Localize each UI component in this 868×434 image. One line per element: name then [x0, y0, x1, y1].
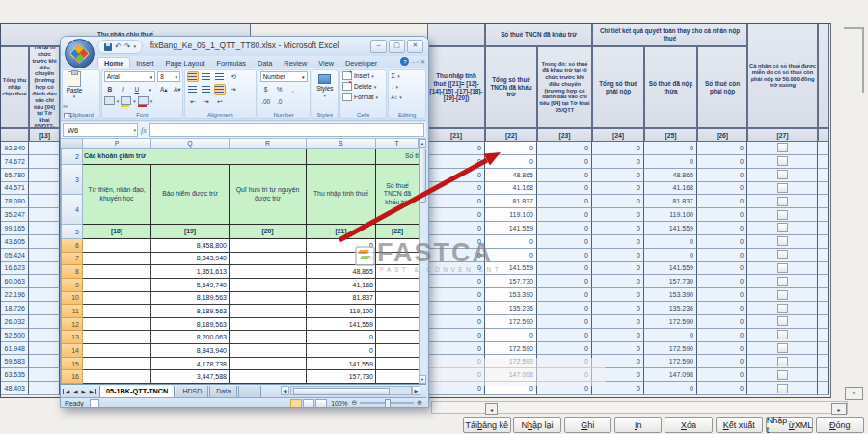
borders-icon[interactable] [104, 96, 115, 105]
col-header-P[interactable]: P [83, 139, 151, 149]
bg-cell-col25-row5[interactable]: 81.837 [644, 195, 697, 208]
bg-cell-col23-row8[interactable]: 0 [537, 235, 592, 249]
xl-header-S[interactable]: Thu nhập tính thuế [307, 165, 376, 225]
xl-cell-R16[interactable] [230, 370, 307, 384]
bg-cell-col22-row3[interactable]: 48.865 [485, 169, 537, 182]
bg-cell-colend-row9[interactable] [818, 249, 829, 262]
bg-cell-colend-row15[interactable] [818, 329, 829, 342]
bg-checkbox-icon[interactable] [777, 197, 788, 206]
bg-cell-col26-row4[interactable]: 0 [697, 182, 747, 196]
bg-cell-col25-row1[interactable]: 0 [644, 142, 697, 155]
bg-cell-col26-row5[interactable]: 0 [697, 195, 747, 208]
bg-cell-col23-row11[interactable]: 0 [537, 275, 592, 288]
bg-checkbox-icon[interactable] [777, 304, 788, 313]
bg-checkbox-icon[interactable] [777, 384, 788, 393]
zoom-level[interactable]: 100% [331, 400, 347, 407]
row-header-8[interactable]: 8 [61, 265, 83, 279]
bg-cell-col26-row13[interactable]: 0 [697, 302, 747, 315]
align-top-button[interactable] [187, 71, 199, 82]
xl-cell-P9[interactable] [83, 279, 151, 292]
bg-cell-col25-row9[interactable]: 0 [644, 249, 697, 262]
bg-checkbox-icon[interactable] [777, 223, 788, 232]
row-header-10[interactable]: 10 [61, 292, 83, 306]
bg-cell-col25-row14[interactable]: 172.590 [644, 315, 697, 329]
bg-cell-col26-row3[interactable]: 0 [697, 169, 747, 182]
bg-checkbox-icon[interactable] [777, 250, 788, 259]
align-middle-button[interactable] [201, 71, 212, 82]
bg-cell-col22-row9[interactable]: 0 [485, 249, 537, 262]
bg-cell-col13-row8[interactable] [29, 235, 60, 249]
bg-cell-colend-row3[interactable] [818, 169, 829, 182]
format-cells-button[interactable]: Format▾ [340, 92, 386, 102]
bg-cell-col12-row8[interactable]: 43.605 [0, 235, 29, 249]
bg-cell-col13-row4[interactable] [29, 182, 60, 196]
bg-cell-col25-row11[interactable]: 157.730 [644, 275, 697, 288]
bg-cell-col24-row1[interactable]: 0 [592, 142, 644, 155]
bg-cell-col21-row4[interactable]: 0 [427, 182, 485, 196]
excel-window[interactable]: fixBang_Ke_05_1_QTT_TT80.xlsx - Microsof… [60, 36, 429, 408]
xl-cell-S11[interactable]: 119,100 [307, 305, 376, 318]
bg-checkbox-icon[interactable] [777, 263, 788, 273]
ribbon-tab-home[interactable]: Home [97, 57, 130, 68]
font-color-icon[interactable] [138, 96, 149, 105]
bg-cell-col26-row10[interactable]: 0 [697, 262, 747, 276]
bg-cell-col23-row10[interactable]: 0 [537, 262, 592, 276]
sort-filter-button[interactable]: A↕▾ [389, 92, 425, 102]
bg-cell-col22-row4[interactable]: 41.168 [485, 182, 537, 196]
save-icon[interactable] [104, 43, 112, 51]
bg-cell-col13-row1[interactable] [29, 142, 60, 155]
bg-cell-col23-row9[interactable]: 0 [537, 249, 592, 262]
bg-cell-col24-row11[interactable]: 0 [592, 275, 644, 288]
styles-button[interactable]: Styles ▾ [312, 70, 338, 99]
bg-cell-col24-row13[interactable]: 0 [592, 302, 644, 315]
bg-cell-col13-row13[interactable] [29, 302, 60, 315]
xl-cell-R8[interactable] [230, 265, 307, 279]
xl-cell-Q6[interactable]: 8,458,800 [151, 239, 230, 253]
bg-cell-col27-row10[interactable] [747, 262, 818, 276]
office-button[interactable] [65, 39, 95, 68]
bg-cell-col27-row9[interactable] [747, 249, 818, 262]
zoom-out-icon[interactable]: ⊖ [352, 399, 358, 407]
xl-cell-Q7[interactable]: 8,843,940 [151, 253, 230, 266]
wrap-text-button[interactable]: ↩ [214, 96, 226, 107]
bg-cell-colend-row18[interactable] [818, 368, 829, 382]
bg-cell-col26-row1[interactable]: 0 [697, 142, 747, 155]
bg-cell-col26-row19[interactable]: 0 [697, 382, 747, 395]
bg-checkbox-icon[interactable] [777, 316, 788, 326]
bg-cell-col12-row18[interactable]: 63.535 [0, 368, 29, 382]
bg-checkbox-icon[interactable] [777, 343, 788, 353]
align-center-button[interactable] [201, 84, 212, 95]
bg-cell-col24-row6[interactable]: 0 [592, 208, 644, 222]
bg-cell-col12-row9[interactable]: 05.424 [0, 249, 29, 262]
bg-cell-col25-row12[interactable]: 153.390 [644, 288, 697, 302]
workbook-close-icon[interactable]: ✕ [420, 58, 425, 65]
formula-input[interactable] [149, 123, 424, 137]
bg-cell-col13-row7[interactable] [29, 222, 60, 235]
bg-cell-col25-row8[interactable]: 0 [644, 235, 697, 249]
page-break-view-icon[interactable] [315, 399, 327, 408]
bg-cell-col22-row14[interactable]: 172.590 [485, 315, 537, 329]
footer-button-in[interactable]: In [614, 417, 663, 433]
bg-cell-col21-row3[interactable]: 0 [427, 169, 485, 182]
orientation-button[interactable]: ⟲ [228, 71, 239, 82]
footer-button-nhập-từ-xml[interactable]: Nhập từ XML [766, 417, 814, 433]
bg-cell-col13-row11[interactable] [29, 275, 60, 288]
row-header-2[interactable]: 2 [61, 149, 83, 165]
select-all-corner[interactable] [61, 139, 83, 149]
ribbon-tab-page-layout[interactable]: Page Layout [160, 58, 211, 68]
minimize-button[interactable]: – [370, 40, 387, 53]
bg-cell-col24-row7[interactable]: 0 [592, 222, 644, 235]
bg-checkbox-icon[interactable] [777, 210, 788, 220]
bg-cell-col27-row16[interactable] [747, 342, 818, 356]
ribbon-tab-insert[interactable]: Insert [130, 58, 159, 68]
bg-cell-col27-row3[interactable] [747, 169, 818, 182]
bg-cell-col26-row7[interactable]: 0 [697, 222, 747, 235]
xl-cell-R10[interactable] [230, 292, 307, 306]
bg-cell-col13-row2[interactable] [29, 155, 60, 169]
bg-cell-col27-row13[interactable] [747, 302, 818, 315]
bg-cell-col26-row18[interactable]: 0 [697, 368, 747, 382]
bg-cell-col22-row7[interactable]: 141.559 [485, 222, 537, 235]
insert-cells-button[interactable]: Insert▾ [340, 70, 386, 81]
xl-index-Q[interactable]: [19] [151, 225, 230, 239]
bg-cell-colend-row8[interactable] [818, 235, 829, 249]
